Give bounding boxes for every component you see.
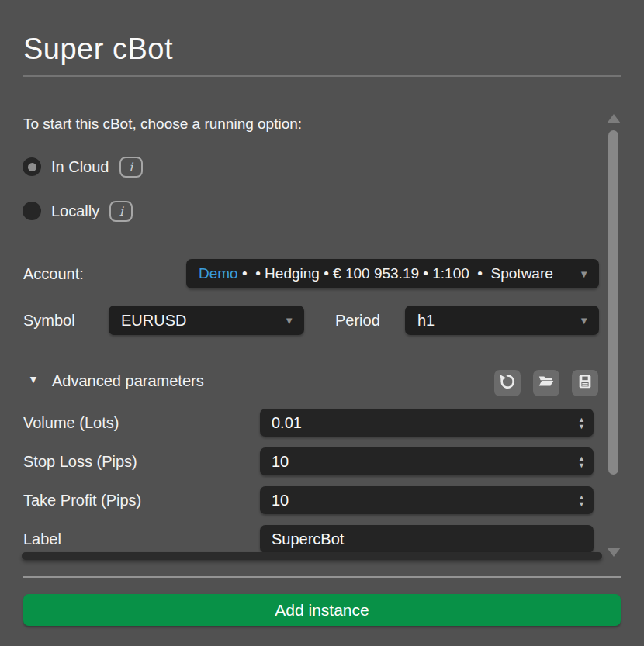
symbol-label: Symbol	[23, 306, 75, 335]
spinner-up-icon[interactable]: ▲	[578, 416, 585, 423]
scrollbar-up-arrow-icon[interactable]	[607, 114, 621, 123]
spinner-up-icon[interactable]: ▲	[578, 455, 585, 461]
param-stoploss-label: Stop Loss (Pips)	[23, 447, 137, 475]
option-in-cloud[interactable]: In Cloud i	[23, 156, 143, 178]
account-details: • • Hedging • € 100 953.19 • 1:100 • Spo…	[238, 265, 553, 282]
spinner-up-icon[interactable]: ▲	[578, 494, 585, 500]
option-locally[interactable]: Locally i	[23, 200, 133, 222]
symbol-select[interactable]: EURUSD ▼	[109, 306, 304, 335]
takeprofit-value: 10	[272, 492, 289, 510]
chevron-down-icon: ▼	[284, 315, 294, 326]
open-folder-button[interactable]	[533, 370, 559, 396]
info-icon[interactable]: i	[119, 157, 143, 178]
add-instance-button[interactable]: Add instance	[23, 594, 621, 626]
info-icon[interactable]: i	[109, 201, 133, 222]
period-label: Period	[335, 306, 380, 335]
open-folder-icon	[538, 373, 555, 393]
running-option-prompt: To start this cBot, choose a running opt…	[23, 116, 302, 133]
takeprofit-stepper[interactable]: ▲ ▼	[578, 486, 585, 514]
volume-stepper[interactable]: ▲ ▼	[578, 409, 585, 437]
reset-icon	[499, 373, 516, 393]
symbol-value: EURUSD	[121, 312, 186, 330]
chevron-down-icon: ▼	[579, 268, 589, 280]
radio-in-cloud[interactable]	[23, 157, 41, 176]
param-takeprofit-label: Take Profit (Pips)	[23, 486, 141, 514]
param-volume-label: Volume (Lots)	[23, 409, 119, 437]
volume-value: 0.01	[272, 414, 302, 432]
page-title: Super cBot	[23, 33, 173, 66]
scrollbar-down-arrow-icon[interactable]	[607, 548, 621, 557]
account-name: Demo	[199, 265, 238, 282]
radio-locally[interactable]	[23, 202, 41, 220]
label-input[interactable]: SupercBot	[260, 525, 594, 553]
spinner-down-icon[interactable]: ▼	[578, 423, 585, 430]
period-value: h1	[417, 312, 435, 330]
horizontal-scrollbar[interactable]	[22, 552, 602, 560]
period-select[interactable]: h1 ▼	[405, 306, 599, 335]
spinner-down-icon[interactable]: ▼	[578, 501, 585, 507]
advanced-parameters-header[interactable]: Advanced parameters	[52, 372, 204, 390]
title-divider	[23, 75, 621, 77]
stoploss-input[interactable]: 10 ▲ ▼	[260, 447, 594, 475]
label-value: SupercBot	[272, 530, 344, 548]
radio-dot	[28, 163, 36, 171]
disclosure-triangle-icon[interactable]: ▼	[28, 373, 39, 385]
save-parameters-button[interactable]	[572, 370, 598, 396]
spinner-down-icon[interactable]: ▼	[578, 462, 585, 468]
stoploss-value: 10	[272, 453, 289, 471]
stoploss-stepper[interactable]: ▲ ▼	[578, 447, 585, 475]
option-in-cloud-label: In Cloud	[51, 158, 109, 176]
account-label: Account:	[23, 259, 84, 288]
save-icon	[576, 373, 594, 393]
account-select[interactable]: Demo • • Hedging • € 100 953.19 • 1:100 …	[186, 259, 599, 288]
param-label-label: Label	[23, 525, 61, 553]
reset-parameters-button[interactable]	[494, 370, 521, 396]
option-locally-label: Locally	[51, 202, 99, 220]
vertical-scrollbar-thumb[interactable]	[608, 130, 618, 475]
footer-divider	[23, 576, 621, 578]
takeprofit-input[interactable]: 10 ▲ ▼	[260, 486, 594, 514]
volume-input[interactable]: 0.01 ▲ ▼	[260, 409, 594, 437]
chevron-down-icon: ▼	[579, 315, 589, 326]
